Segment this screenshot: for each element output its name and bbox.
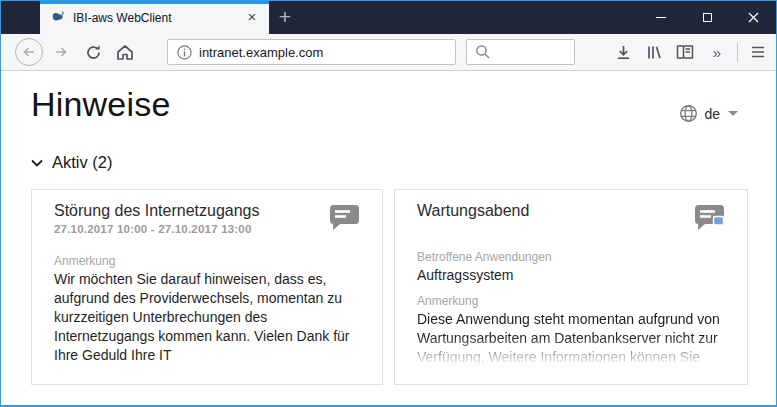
speech-bubble-icon — [329, 204, 360, 232]
chevron-down-icon — [31, 159, 43, 167]
page-content: Hinweise de Aktiv (2) Störung des Intern… — [1, 71, 776, 405]
chevron-down-icon — [728, 111, 738, 116]
field-label: Anmerkung — [417, 294, 478, 308]
forward-button[interactable] — [53, 34, 69, 70]
notice-card[interactable]: Wartungsabend Betroffene Anwendungen Auf… — [394, 189, 748, 385]
minimize-button[interactable] — [638, 1, 684, 34]
url-input[interactable] — [199, 45, 455, 60]
card-date-range: 27.10.2017 10:00 - 27.10.2017 13:00 — [54, 223, 252, 235]
window-controls — [638, 1, 776, 34]
reload-button[interactable] — [85, 34, 102, 70]
back-button[interactable] — [15, 38, 43, 66]
site-favicon-icon — [50, 10, 65, 25]
maximize-icon — [703, 13, 712, 22]
tab-title: IBI-aws WebClient — [73, 11, 171, 25]
new-tab-button[interactable]: + — [273, 1, 297, 34]
url-bar[interactable] — [167, 39, 456, 65]
card-title: Wartungsabend — [417, 202, 529, 220]
close-icon — [748, 12, 759, 23]
navigation-toolbar: » — [1, 34, 776, 71]
home-icon — [116, 44, 134, 61]
library-icon — [646, 44, 663, 61]
search-icon — [475, 44, 491, 60]
maximize-button[interactable] — [684, 1, 730, 34]
page-title: Hinweise — [31, 85, 171, 124]
section-label: Aktiv (2) — [52, 153, 113, 172]
menu-button[interactable] — [748, 34, 768, 70]
library-button[interactable] — [645, 34, 663, 70]
language-code: de — [704, 106, 720, 122]
back-arrow-icon — [21, 44, 37, 60]
field-label: Betroffene Anwendungen — [417, 250, 552, 264]
field-value: Wir möchten Sie darauf hinweisen, dass e… — [54, 270, 362, 365]
downloads-button[interactable] — [614, 34, 632, 70]
language-selector[interactable]: de — [679, 104, 738, 123]
close-button[interactable] — [730, 1, 776, 34]
site-info-icon[interactable] — [177, 45, 192, 60]
reload-icon — [85, 44, 102, 61]
sidebar-button[interactable] — [675, 34, 694, 70]
field-value: Auftragssystem — [417, 266, 727, 285]
download-icon — [615, 44, 632, 61]
hamburger-icon — [751, 46, 765, 58]
toolbar-separator — [737, 43, 738, 62]
notice-card[interactable]: Störung des Internetzugangs 27.10.2017 1… — [31, 189, 383, 385]
search-bar[interactable] — [466, 39, 575, 65]
speech-bubble-badge-icon — [694, 204, 725, 232]
field-label: Anmerkung — [54, 254, 115, 268]
forward-arrow-icon — [53, 44, 69, 60]
card-title: Störung des Internetzugangs — [54, 202, 259, 220]
minimize-icon — [656, 17, 666, 18]
more-tools-button[interactable]: » — [707, 34, 727, 70]
globe-icon — [679, 104, 698, 123]
sidebar-icon — [676, 44, 694, 60]
field-value: Diese Anwendung steht momentan aufgrund … — [417, 310, 727, 368]
section-aktiv-toggle[interactable]: Aktiv (2) — [31, 153, 113, 172]
tab-close-icon[interactable]: × — [243, 8, 261, 26]
active-tab-indicator — [40, 1, 269, 4]
home-button[interactable] — [116, 34, 134, 70]
titlebar: IBI-aws WebClient × + — [1, 1, 776, 34]
tab-ibi-aws-webclient[interactable]: IBI-aws WebClient × — [40, 1, 269, 34]
browser-window: IBI-aws WebClient × + — [0, 0, 777, 407]
